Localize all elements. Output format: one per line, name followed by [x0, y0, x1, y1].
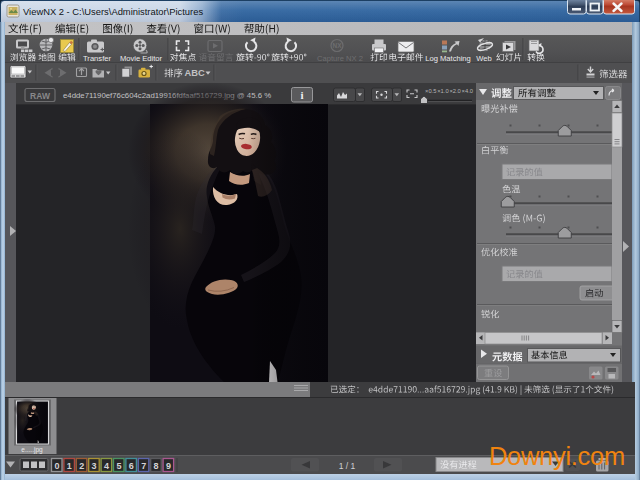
- svg-text:Movie Editor: Movie Editor: [120, 54, 163, 63]
- svg-text:×4.0: ×4.0: [462, 88, 473, 94]
- svg-text:9: 9: [166, 461, 171, 471]
- svg-text:5: 5: [116, 461, 121, 471]
- svg-text:Log Matching: Log Matching: [425, 54, 471, 63]
- svg-text:e.....jpg: e.....jpg: [21, 446, 43, 454]
- svg-text:Downyi.com: Downyi.com: [489, 442, 625, 470]
- svg-text:7: 7: [141, 461, 146, 471]
- svg-text:8: 8: [154, 461, 159, 471]
- svg-text:6: 6: [129, 461, 134, 471]
- svg-text:×1.0: ×1.0: [437, 88, 448, 94]
- svg-text:3: 3: [92, 461, 97, 471]
- svg-text:Capture NX 2: Capture NX 2: [317, 54, 363, 63]
- svg-text:×2.0: ×2.0: [449, 88, 460, 94]
- svg-text:Web: Web: [476, 54, 491, 63]
- svg-text:i: i: [300, 89, 303, 101]
- svg-text:0: 0: [54, 461, 59, 471]
- svg-text:NX: NX: [332, 42, 342, 49]
- svg-text:2: 2: [79, 461, 84, 471]
- svg-text:RAW: RAW: [30, 91, 51, 101]
- svg-text:ViewNX 2 - C:\Users\Administra: ViewNX 2 - C:\Users\Administrator\Pictur…: [23, 6, 203, 17]
- svg-text:×0.5: ×0.5: [425, 88, 436, 94]
- svg-text:1 / 1: 1 / 1: [339, 461, 356, 471]
- svg-text:1: 1: [67, 461, 72, 471]
- svg-text:4: 4: [104, 461, 109, 471]
- svg-text:Transfer: Transfer: [83, 54, 111, 63]
- svg-text:ABC: ABC: [185, 68, 205, 78]
